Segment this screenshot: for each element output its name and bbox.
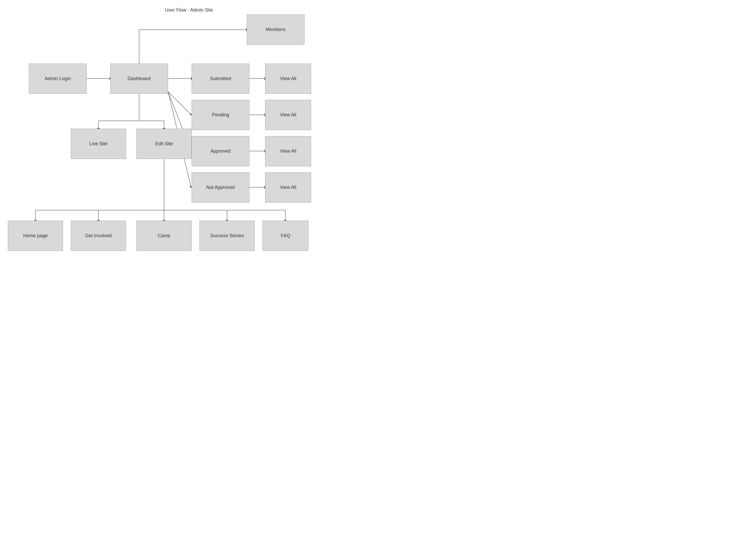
home-page-box: Home page — [8, 221, 63, 251]
approved-box: Approved — [192, 136, 249, 166]
submitted-box: Submitted — [192, 64, 249, 94]
members-box: Members — [247, 15, 305, 45]
pending-box: Pending — [192, 100, 249, 130]
dashboard-box: Dashboard — [110, 64, 168, 94]
camp-box: Camp — [136, 221, 192, 251]
view-all-pending-box: View All — [265, 100, 311, 130]
live-site-box: Live Site — [71, 129, 126, 159]
admin-login-box: Admin Login — [29, 64, 87, 94]
flow-diagram: User Flow - Admin Site — [0, 0, 378, 269]
get-involved-box: Get Involved — [71, 221, 126, 251]
view-all-approved-box: View All — [265, 136, 311, 166]
success-stories-box: Success Stories — [200, 221, 255, 251]
faq-box: FAQ — [262, 221, 308, 251]
view-all-not-approved-box: View All — [265, 172, 311, 202]
edit-site-box: Edit Site — [136, 129, 192, 159]
svg-line-5 — [168, 91, 191, 115]
view-all-submitted-box: View All — [265, 64, 311, 94]
page-title: User Flow - Admin Site — [0, 7, 378, 13]
not-approved-box: Not Approved — [192, 172, 249, 202]
